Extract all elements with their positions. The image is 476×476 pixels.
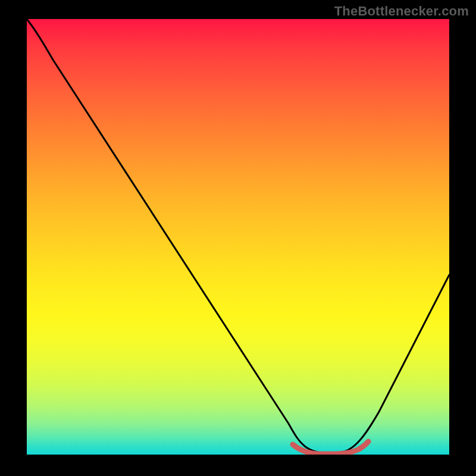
watermark-text: TheBottleneсker.com (334, 4, 469, 19)
bottleneck-curve (27, 19, 449, 453)
chart-frame: TheBottleneсker.com (0, 0, 476, 476)
curve-layer (27, 19, 449, 455)
plot-area (27, 19, 449, 455)
